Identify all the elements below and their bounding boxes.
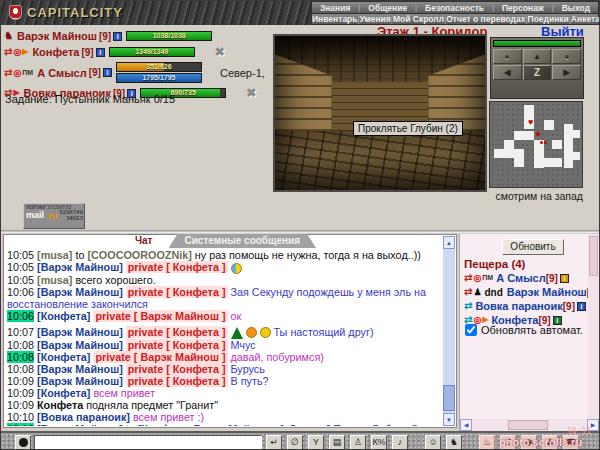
message-author[interactable]: [COOCOOROOZNik] [87, 249, 191, 261]
sound-button[interactable]: ♪ [392, 435, 408, 450]
menu-item[interactable]: Мой Скролл [393, 14, 444, 24]
player-level: [9] [89, 67, 101, 78]
mount-button[interactable]: ♞ [446, 435, 462, 450]
dnd-flag: dnd [484, 287, 502, 298]
cave-title: Пещера (4) [464, 258, 525, 270]
move-forward-button[interactable]: ▲ [523, 49, 552, 64]
player-name[interactable]: Конфета [32, 46, 79, 58]
cave-member-row: ⇄♟dndВарэк Майнош[9]i [464, 286, 592, 298]
info-chip[interactable]: i [560, 274, 569, 283]
message-author[interactable]: [Конфета] [37, 310, 90, 322]
quest-text: Задание: Пустынник Маньяк 0/15 [5, 93, 175, 105]
minimap-marker [540, 141, 543, 144]
chat-scroll-down-button[interactable]: ▼ [443, 413, 455, 426]
turn-right-button[interactable]: ▶ [552, 65, 581, 80]
menu-item[interactable]: Знания [320, 3, 351, 13]
battle-icon[interactable]: ✖ [215, 45, 225, 59]
message-text: private [ Конфета ] [126, 339, 228, 351]
message-author[interactable]: [Варэк Майнош] [37, 286, 123, 298]
font-size-button[interactable]: К% [371, 435, 387, 450]
claw-darkred-icon: ♞ [4, 31, 13, 41]
message-author[interactable]: [Варэк Майнош] [37, 423, 123, 426]
stat-bar-value: 1349/1349 [110, 48, 194, 56]
player-name[interactable]: А Смысл [496, 272, 546, 284]
filter-button[interactable]: Y [308, 435, 324, 450]
counter-brand: mail [26, 211, 44, 220]
send-enter-button[interactable]: ↵ [266, 435, 282, 450]
clear-chat-button[interactable]: ∅ [287, 435, 303, 450]
target-red-icon: ◎ [13, 47, 21, 57]
pm-icon: ПМ [482, 273, 493, 283]
chat-scroll-up-button[interactable]: ▲ [443, 236, 455, 249]
message-author[interactable]: [Варэк Майнош] [37, 363, 123, 375]
menu-separator: | [492, 3, 494, 12]
swap-cyan-icon: ⇄ [464, 301, 472, 311]
info-chip[interactable]: i [113, 32, 122, 41]
logo: CAPITALCITY [9, 5, 123, 20]
save-chat-button[interactable]: ▤ [329, 435, 345, 450]
smiley-yellow-emoji [260, 327, 271, 338]
chat-message: 10:05 [musa] всего хорошего. [7, 274, 441, 286]
translit-button[interactable]: ♙ [350, 435, 366, 450]
message-text: private [ Конфета ] [126, 286, 228, 298]
cave-scroll-left-button[interactable]: ◀ [460, 419, 472, 431]
cave-panel: Обновить Пещера (4) ⇄◎ПМА Смысл[9]i⇄♟dnd… [459, 234, 599, 431]
battle-icon[interactable]: ✖ [246, 86, 256, 100]
message-author[interactable]: [musa] [37, 274, 72, 286]
message-author[interactable]: [Конфета, Варэк Майнош, А Смысл] [138, 423, 331, 426]
message-time: 10:10 [7, 411, 34, 423]
menu-item[interactable]: Персонаж [502, 3, 544, 13]
tab-system-messages[interactable]: Системные сообщения [169, 234, 317, 248]
tab-chat-label: Чат [135, 235, 153, 246]
message-author[interactable]: [Варэк Майнош] [37, 261, 123, 273]
turn-left-button[interactable]: ◀ [493, 65, 522, 80]
cave-vscroll-thumb[interactable] [589, 236, 598, 276]
minimap-marker [536, 132, 540, 136]
message-author[interactable]: [Вовка параноик] [37, 411, 130, 423]
chat-message: 10:10 [Вовка параноик] всем привет :) [7, 411, 441, 423]
message-text: всем привет :) [133, 411, 204, 423]
message-author[interactable]: [Конфета] [37, 351, 90, 363]
menu-item[interactable]: Отчет о переводах [446, 14, 525, 24]
menu-item[interactable]: Общение [368, 3, 407, 13]
cave-vertical-scrollbar[interactable] [588, 234, 599, 419]
tab-chat[interactable]: Чат [119, 234, 169, 248]
smiles-button[interactable]: ☺ [425, 435, 441, 450]
info-chip[interactable]: i [103, 68, 112, 77]
refresh-button[interactable]: Обновить [502, 239, 564, 255]
menu-item[interactable]: Инвентарь [312, 14, 358, 24]
party-member-row: ⇄◎ПМА Смысл[9]i351/6261795/1795Север-1, [4, 62, 268, 83]
message-author[interactable]: [musa] [37, 249, 72, 261]
cave-hscroll-thumb[interactable] [508, 420, 548, 430]
message-author[interactable]: [Варэк Майнош] [37, 326, 123, 338]
auto-refresh-checkbox[interactable] [465, 324, 477, 336]
game-window: CAPITALCITY Знания|Общение|Безопасность|… [0, 0, 600, 450]
message-author[interactable]: [Варэк Майнош] [37, 375, 123, 387]
minimap: ♥ [489, 101, 583, 188]
menu-item[interactable]: Выход [562, 3, 590, 13]
chat-scroll-thumb[interactable] [443, 385, 455, 411]
player-name[interactable]: Варэк Майнош [17, 30, 97, 42]
menu-item[interactable]: Умения [360, 14, 391, 24]
message-author[interactable]: [Варэк Майнош] [37, 339, 123, 351]
smiley-orange-emoji [246, 327, 257, 338]
dungeon-vignette [275, 36, 485, 190]
stat-bar-value: 351/626 [117, 63, 201, 71]
menu-item[interactable]: Безопасность [425, 3, 484, 13]
chat-message: 10:08 [Варэк Майнош] private [ Конфета ]… [7, 339, 441, 351]
chat-input[interactable] [34, 435, 262, 450]
menu-item[interactable]: Анкета [571, 14, 600, 24]
hit-counter-badge[interactable]: РЕЙТИНГ37159732 mail.ru 6296749 34823 [23, 203, 85, 229]
potion-button[interactable]: ♨ [479, 435, 495, 450]
player-name[interactable]: А Смысл [37, 67, 87, 79]
chat-scrollbar[interactable]: ▼ [443, 249, 455, 426]
monster-tooltip: Проклятье Глубин (2) [353, 121, 463, 136]
emotion-menu-button[interactable] [15, 435, 31, 450]
player-name[interactable]: Вовка параноик [475, 300, 562, 312]
auto-refresh-row: Обновлять автомат. [465, 324, 583, 336]
player-name[interactable]: Варэк Майнош [507, 286, 587, 298]
menu-item[interactable]: Поединки [528, 14, 569, 24]
info-chip[interactable]: i [96, 48, 105, 57]
message-author[interactable]: [Конфета] [37, 387, 90, 399]
info-chip[interactable]: i [577, 302, 586, 311]
